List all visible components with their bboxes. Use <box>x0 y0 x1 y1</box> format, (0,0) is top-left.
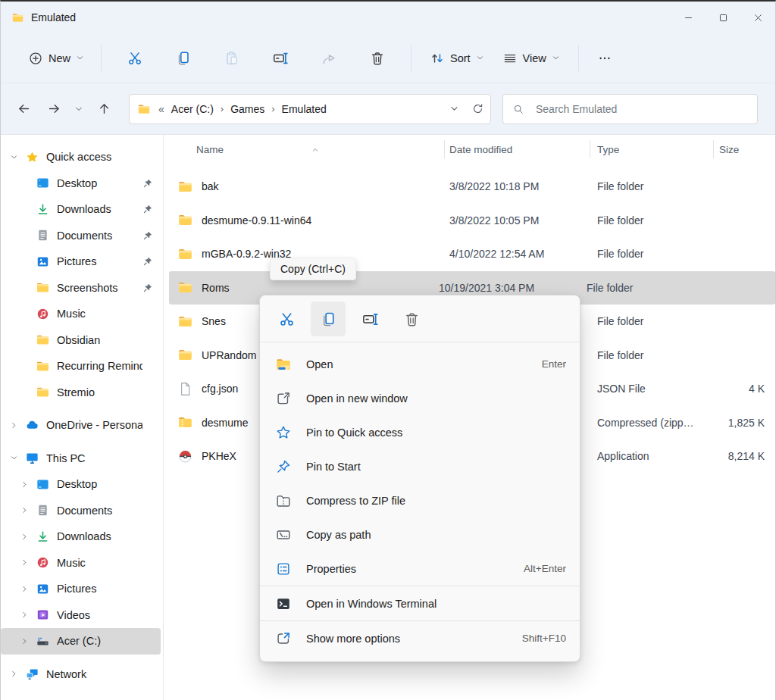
share-button[interactable] <box>305 43 353 73</box>
breadcrumb-item-emulated[interactable]: Emulated <box>282 103 327 115</box>
menu-item-open[interactable]: Open Enter <box>260 347 580 381</box>
chevron-right-icon[interactable] <box>20 585 36 593</box>
chevron-down-icon <box>476 54 484 62</box>
file-row-bak[interactable]: bak 3/8/2022 10:18 PM File folder <box>164 170 775 204</box>
sidebar-item-pictures[interactable]: Pictures <box>1 576 163 602</box>
folder-icon <box>36 280 50 295</box>
sidebar-item-label: Videos <box>57 609 142 621</box>
paste-button[interactable] <box>208 43 256 73</box>
sidebar-item-downloads[interactable]: Downloads <box>1 196 163 223</box>
column-header-type[interactable]: Type <box>590 144 713 155</box>
chevron-right-icon[interactable] <box>20 506 36 514</box>
sidebar-item-pictures[interactable]: Pictures <box>1 248 163 275</box>
sidebar-item-acer-c[interactable]: Acer (C:) <box>1 628 161 655</box>
breadcrumb-overflow[interactable]: « <box>158 103 164 115</box>
menu-item-show-more-options[interactable]: Show more options Shift+F10 <box>260 621 580 655</box>
view-button[interactable]: View <box>493 43 569 73</box>
search-input[interactable] <box>534 102 749 116</box>
pin-outline-icon <box>275 458 292 475</box>
chevron-right-icon[interactable] <box>20 611 36 619</box>
new-button[interactable]: New <box>20 43 92 73</box>
pinned-icon <box>142 610 153 620</box>
minimize-button[interactable] <box>671 2 706 33</box>
maximize-button[interactable] <box>706 2 740 33</box>
cut-button[interactable] <box>111 43 159 73</box>
sidebar-item-music[interactable]: Music <box>1 301 163 327</box>
sidebar-item-downloads[interactable]: Downloads <box>1 523 163 550</box>
column-header-name[interactable]: Name <box>164 144 444 155</box>
refresh-icon[interactable] <box>471 102 484 115</box>
sidebar-item-quick-access[interactable]: Quick access <box>1 144 163 170</box>
menu-item-open-in-windows-terminal[interactable]: Open in Windows Terminal <box>260 586 580 620</box>
sort-button[interactable]: Sort <box>421 43 493 73</box>
sidebar-item-this-pc[interactable]: This PC <box>1 445 163 472</box>
menu-item-copy-as-path[interactable]: Copy as path <box>260 517 580 552</box>
pictures-icon <box>36 582 50 596</box>
sidebar-item-label: Obsidian <box>57 334 142 346</box>
menu-item-pin-to-start[interactable]: Pin to Start <box>260 449 580 483</box>
recent-locations-button[interactable] <box>69 95 89 123</box>
sidebar-item-screenshots[interactable]: Screenshots <box>1 275 163 302</box>
column-divider[interactable] <box>444 140 445 158</box>
context-delete-button[interactable] <box>394 302 429 336</box>
column-header-date-modified[interactable]: Date modified <box>444 144 590 155</box>
sidebar-item-stremio[interactable]: Stremio <box>1 380 163 406</box>
sidebar-item-network[interactable]: Network <box>1 661 163 688</box>
chevron-down-icon <box>552 54 560 62</box>
up-button[interactable] <box>89 95 119 123</box>
file-row-desmume-0-9-11-win64[interactable]: desmume-0.9.11-win64 3/8/2022 10:05 PM F… <box>164 204 775 238</box>
pinned-icon <box>142 669 153 680</box>
chevron-down-icon[interactable] <box>10 454 25 462</box>
sidebar-item-videos[interactable]: Videos <box>1 602 163 629</box>
menu-item-compress-to-zip-file[interactable]: Compress to ZIP file <box>260 483 580 517</box>
menu-item-properties[interactable]: Properties Alt+Enter <box>260 552 580 586</box>
copy-button[interactable] <box>159 43 208 73</box>
context-cut-button[interactable] <box>269 302 304 336</box>
chevron-right-icon[interactable] <box>20 480 36 489</box>
context-menu-items: Open Enter Open in new window Pin to Qui… <box>260 342 580 655</box>
sidebar-item-music[interactable]: Music <box>1 550 163 577</box>
see-more-button[interactable] <box>588 43 621 73</box>
sidebar-item-desktop[interactable]: Desktop <box>1 471 163 498</box>
chevron-down-icon[interactable] <box>449 104 459 114</box>
column-divider[interactable] <box>713 140 714 158</box>
breadcrumb-item-drive[interactable]: Acer (C:) <box>171 103 214 115</box>
chevron-right-icon[interactable] <box>10 670 25 678</box>
file-name: bak <box>202 180 429 192</box>
copy-path-icon <box>275 527 292 543</box>
sidebar-item-documents[interactable]: Documents <box>1 223 163 249</box>
folder-icon <box>177 246 193 262</box>
sidebar-item-desktop[interactable]: Desktop <box>1 170 163 197</box>
context-rename-button[interactable] <box>352 302 387 336</box>
sidebar-item-documents[interactable]: Documents <box>1 498 163 524</box>
sidebar-item-obsidian[interactable]: Obsidian <box>1 327 163 354</box>
context-copy-button[interactable] <box>311 302 346 336</box>
sidebar-item-label: Acer (C:) <box>57 635 140 647</box>
column-divider[interactable] <box>590 140 590 158</box>
sidebar-item-onedrive-personal[interactable]: OneDrive - Personal <box>1 412 163 439</box>
delete-button[interactable] <box>353 43 402 73</box>
close-button[interactable] <box>740 2 775 33</box>
back-button[interactable] <box>8 95 39 123</box>
menu-item-pin-to-quick-access[interactable]: Pin to Quick access <box>260 415 580 449</box>
breadcrumb-separator: › <box>221 103 224 114</box>
breadcrumb: « Acer (C:) › Games › Emulated <box>158 103 327 115</box>
chevron-right-icon[interactable] <box>20 637 36 645</box>
chevron-right-icon[interactable] <box>20 533 36 541</box>
rename-button[interactable] <box>256 43 305 73</box>
file-date-modified: 3/8/2022 10:18 PM <box>444 180 590 192</box>
forward-button[interactable] <box>39 95 69 123</box>
file-date-modified: 4/10/2022 12:54 AM <box>444 248 590 260</box>
network-icon <box>25 667 39 681</box>
folder-icon <box>177 179 193 195</box>
column-header-size[interactable]: Size <box>713 144 775 155</box>
chevron-right-icon[interactable] <box>20 558 36 567</box>
chevron-right-icon[interactable] <box>10 421 25 430</box>
folder-icon <box>11 11 24 24</box>
menu-item-open-in-new-window[interactable]: Open in new window <box>260 381 580 415</box>
sidebar-item-recurring-reminder[interactable]: Recurring Reminder <box>1 353 163 380</box>
chevron-down-icon[interactable] <box>10 153 25 161</box>
address-bar[interactable]: « Acer (C:) › Games › Emulated <box>129 94 491 124</box>
file-row-mgba-0-9-2-win32[interactable]: mGBA-0.9.2-win32 4/10/2022 12:54 AM File… <box>164 237 775 271</box>
breadcrumb-item-games[interactable]: Games <box>230 103 264 115</box>
